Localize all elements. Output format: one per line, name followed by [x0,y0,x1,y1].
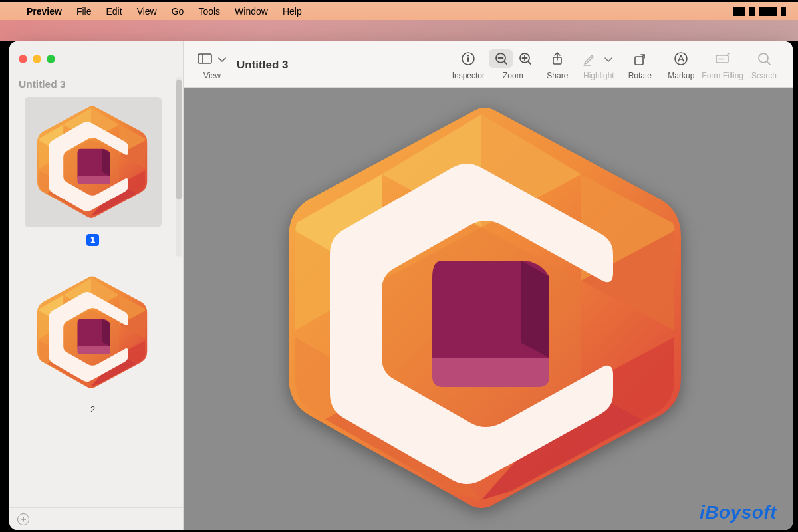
info-icon [461,51,475,66]
sidebar-footer: ＋ [9,507,183,530]
chevron-down-icon [216,53,227,64]
thumbnail-item[interactable]: 2 [9,267,176,414]
menubar-item-view[interactable]: View [137,6,157,17]
toolbar: View Untitled 3 Inspector Zoom [184,41,793,88]
thumbnail-sidebar: Untitled 3 1 2 ＋ [9,41,184,530]
toolbar-view[interactable]: View [192,49,233,80]
toolbar-share[interactable]: Share [537,49,578,80]
menubar-item-help[interactable]: Help [283,6,302,17]
thumbnail-label: 2 [90,404,95,414]
thumbnail-label: 1 [86,234,99,246]
preview-window: Untitled 3 1 2 ＋ [9,41,793,530]
image-canvas[interactable]: iBoysoft [184,88,793,530]
toolbar-rotate-label: Rotate [628,71,652,80]
zoom-in-button[interactable] [513,49,537,68]
rotate-icon [632,51,647,66]
toolbar-highlight-label: Highlight [583,71,614,80]
macos-menubar: Preview File Edit View Go Tools Window H… [0,0,798,20]
thumbnail-list[interactable]: 1 2 [9,97,183,507]
sidebar-scrollbar-thumb[interactable] [176,80,182,200]
desktop-background-strip [0,20,798,41]
close-window-button[interactable] [19,55,27,63]
menubar-item-tools[interactable]: Tools [198,6,220,17]
toolbar-markup-label: Markup [668,71,694,80]
menubar-item-edit[interactable]: Edit [106,6,122,17]
toolbar-view-label: View [203,71,221,80]
document-title[interactable]: Untitled 3 [237,59,288,72]
add-page-button[interactable]: ＋ [17,513,29,525]
chevron-down-icon [600,49,615,68]
thumbnail-item[interactable] [9,436,176,495]
toolbar-highlight: Highlight [578,49,619,80]
toolbar-markup[interactable]: Markup [660,49,702,80]
menubar-item-file[interactable]: File [76,6,92,17]
hex-c-icon [33,102,152,222]
sidebar-icon [198,52,212,65]
menubar-status-area [733,7,786,16]
highlight-icon [582,51,597,66]
toolbar-share-label: Share [547,71,568,80]
toolbar-form-label: Form Filling [702,71,743,80]
share-icon [550,51,565,66]
toolbar-form-filling: Form Filling [702,49,743,80]
window-traffic-lights [9,41,183,76]
menubar-app-name[interactable]: Preview [27,6,62,17]
toolbar-rotate[interactable]: Rotate [619,49,660,80]
zoom-window-button[interactable] [47,55,55,63]
toolbar-search[interactable]: Search [743,49,785,80]
form-icon [715,51,731,66]
toolbar-inspector[interactable]: Inspector [448,49,489,80]
hex-c-icon [33,273,152,392]
toolbar-zoom: Zoom [489,49,537,80]
toolbar-inspector-label: Inspector [452,71,485,80]
zoom-out-button[interactable] [489,49,513,68]
sidebar-title: Untitled 3 [9,76,183,97]
menubar-item-window[interactable]: Window [235,6,268,17]
page-thumbnail[interactable] [25,97,162,227]
toolbar-search-label: Search [751,71,777,80]
watermark-text: iBoysoft [700,502,777,523]
menubar-item-go[interactable]: Go [172,6,184,17]
page-thumbnail[interactable] [25,436,162,495]
toolbar-zoom-label: Zoom [503,71,523,80]
thumbnail-item[interactable]: 1 [9,97,176,246]
minimize-window-button[interactable] [33,55,41,63]
search-icon [757,51,771,66]
hex-c-icon [275,94,701,523]
page-thumbnail[interactable] [25,267,162,398]
markup-icon [674,51,688,66]
main-pane: View Untitled 3 Inspector Zoom [184,41,793,530]
